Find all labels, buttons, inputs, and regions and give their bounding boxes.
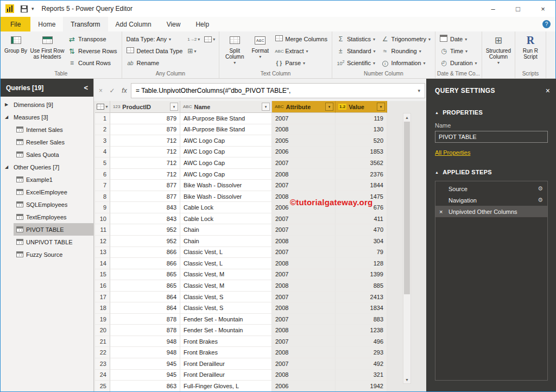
scrollbar-thumb[interactable] (404, 122, 410, 294)
pivot-column-button[interactable]: ⊞ ▾ (185, 45, 198, 57)
cell-attribute[interactable]: 2007 (272, 336, 336, 347)
trigonometry-button[interactable]: ∠ Trigonometry ▾ (378, 33, 433, 45)
time-button[interactable]: ◷ Time ▾ (437, 45, 480, 57)
commit-formula-icon[interactable]: ✓ (106, 87, 118, 94)
rename-button[interactable]: ab Rename (124, 57, 186, 69)
cell-productid[interactable]: 877 (110, 191, 180, 203)
help-icon[interactable]: ? (542, 20, 556, 28)
close-panel-icon[interactable]: × (546, 86, 550, 95)
cell-productid[interactable]: 712 (110, 147, 180, 158)
cell-productid[interactable]: 878 (110, 325, 180, 336)
minimize-button[interactable]: – (481, 1, 506, 17)
maximize-button[interactable]: □ (506, 1, 530, 17)
cell-attribute[interactable]: 2007 (272, 314, 336, 325)
ribbon-tab[interactable]: Add Column (108, 17, 159, 31)
cell-name[interactable]: Classic Vest, S (180, 292, 272, 303)
cell-value[interactable]: 79 (336, 247, 387, 258)
cell-value[interactable]: 128 (336, 258, 387, 269)
format-button[interactable]: A&C Format ▾ (248, 33, 272, 70)
row-number[interactable]: 22 (95, 347, 110, 358)
cell-attribute[interactable]: 2007 (272, 292, 336, 303)
query-name-input[interactable]: PIVOT TABLE (435, 131, 548, 143)
scroll-up-icon[interactable]: ▲ (403, 113, 410, 121)
query-tree-item[interactable]: Fuzzy Source (14, 248, 93, 261)
extract-button[interactable]: ABC Extract ▾ (272, 45, 330, 57)
filter-button[interactable]: ▾ (262, 103, 270, 111)
applied-step[interactable]: × Source ⚙ (435, 183, 547, 194)
cell-name[interactable]: AWC Logo Cap (180, 135, 272, 147)
cell-attribute[interactable]: 2007 (272, 157, 336, 169)
row-number[interactable]: 10 (95, 213, 110, 225)
cell-name[interactable]: Cable Lock (180, 202, 272, 213)
row-number[interactable]: 3 (95, 135, 110, 147)
row-number[interactable]: 21 (95, 336, 110, 347)
cell-value[interactable]: 130 (336, 124, 387, 136)
ribbon-tab[interactable]: File (1, 17, 30, 31)
cell-name[interactable]: Bike Wash - Dissolver (180, 180, 272, 191)
structured-column-button[interactable]: ⊞ Structured Column ▾ (484, 33, 513, 70)
quick-access-chevron-down-icon[interactable]: ▾ (31, 6, 34, 11)
cell-name[interactable]: AWC Logo Cap (180, 157, 272, 169)
cell-productid[interactable]: 878 (110, 314, 180, 325)
cell-value[interactable]: 293 (336, 347, 387, 358)
row-number[interactable]: 8 (95, 191, 110, 203)
cell-value[interactable]: 1942 (336, 381, 387, 391)
cell-attribute[interactable]: 2008 (272, 169, 336, 180)
cell-productid[interactable]: 952 (110, 224, 180, 236)
cell-name[interactable]: Front Derailleur (180, 370, 272, 381)
expand-arrow-icon[interactable] (5, 102, 11, 107)
cell-attribute[interactable]: 2008 (272, 347, 336, 358)
cell-value[interactable]: 1238 (336, 325, 387, 336)
cell-attribute[interactable]: 2008 (272, 280, 336, 292)
cell-productid[interactable]: 945 (110, 358, 180, 370)
query-tree-item[interactable]: Dimensions [9] (1, 98, 93, 111)
applied-step[interactable]: × Unpivoted Other Columns ⚙ (435, 206, 547, 217)
cell-value[interactable]: 411 (336, 213, 387, 225)
cell-value[interactable]: 496 (336, 336, 387, 347)
query-tree-item[interactable]: SQLEmployees (14, 198, 93, 211)
row-number[interactable]: 20 (95, 325, 110, 336)
cell-value[interactable]: 304 (336, 236, 387, 247)
row-number[interactable]: 14 (95, 258, 110, 269)
row-number[interactable]: 9 (95, 202, 110, 213)
cell-value[interactable]: 119 (336, 113, 387, 124)
row-number[interactable]: 11 (95, 224, 110, 236)
query-tree-item[interactable]: Example1 (14, 173, 93, 186)
delete-step-icon[interactable]: × (439, 208, 448, 215)
cell-productid[interactable]: 879 (110, 124, 180, 136)
cell-value[interactable]: 470 (336, 224, 387, 236)
reverse-rows-button[interactable]: ⇅ Reverse Rows (65, 45, 120, 57)
query-tree-item[interactable]: UNPIVOT TABLE (14, 236, 93, 248)
cell-name[interactable]: AWC Logo Cap (180, 147, 272, 158)
split-column-button[interactable]: Split Column ▾ (221, 33, 248, 70)
cell-attribute[interactable]: 2007 (272, 180, 336, 191)
query-tree-item[interactable]: PIVOT TABLE (14, 223, 93, 236)
scroll-down-icon[interactable]: ▼ (403, 376, 410, 383)
query-tree-item[interactable]: TextEmployees (14, 211, 93, 223)
cell-name[interactable]: Front Brakes (180, 336, 272, 347)
cell-value[interactable]: 883 (336, 314, 387, 325)
row-number[interactable]: 25 (95, 381, 110, 391)
cell-productid[interactable]: 948 (110, 336, 180, 347)
cell-productid[interactable]: 864 (110, 302, 180, 314)
cell-name[interactable]: Chain (180, 224, 272, 236)
applied-step[interactable]: × Navigation ⚙ (435, 194, 547, 206)
expand-arrow-icon[interactable] (5, 115, 11, 119)
cell-attribute[interactable]: 2007 (272, 213, 336, 225)
cell-value[interactable]: 520 (336, 135, 387, 147)
replace-values-button[interactable]: 1→2 ▾ (185, 33, 202, 45)
cell-productid[interactable]: 843 (110, 202, 180, 213)
ribbon-tab[interactable]: Transform (63, 17, 108, 31)
row-number[interactable]: 12 (95, 236, 110, 247)
save-icon[interactable] (21, 5, 28, 12)
ribbon-tab[interactable]: Help (188, 17, 217, 31)
cell-productid[interactable]: 866 (110, 247, 180, 258)
cell-name[interactable]: Bike Wash - Dissolver (180, 191, 272, 203)
gear-icon[interactable]: ⚙ (538, 197, 543, 204)
cell-attribute[interactable]: 2007 (272, 358, 336, 370)
expand-formula-chevron-icon[interactable]: ▾ (414, 88, 420, 93)
filter-button[interactable]: ▾ (170, 103, 178, 111)
expand-arrow-icon[interactable] (5, 165, 11, 169)
cell-productid[interactable]: 712 (110, 169, 180, 180)
group-by-button[interactable]: Group By (2, 33, 29, 70)
